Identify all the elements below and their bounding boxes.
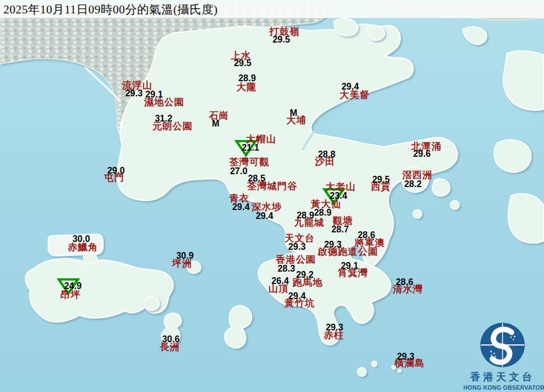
station-value: 28.2 [404,179,421,189]
station-value: 29.4 [341,82,359,92]
title-bar: 2025年10月11日09時00分的氣溫(攝氏度) [0,0,544,18]
island-po-toi [357,367,366,376]
station-value: 29.3 [326,323,343,333]
station-value: M [212,119,219,129]
station-value: 30.6 [162,334,179,344]
island-small-1 [450,200,459,209]
station-value: 29.6 [413,149,430,159]
airport-connector [83,253,99,264]
station-value: 28.8 [318,150,335,160]
station-value: 28.9 [238,73,255,83]
hko-logo-icon [478,321,527,369]
station-value: 28.6 [357,230,375,240]
station-value: 27.0 [230,166,247,176]
station-value: 28.3 [277,264,295,274]
station-value: 29.2 [296,270,313,280]
station-value: 28.9 [296,211,314,221]
map-title: 2025年10月11日09時00分的氣溫(攝氏度) [0,0,544,17]
station-value: 29.3 [324,240,341,250]
station-value: 29.3 [397,352,414,362]
station-value: 30.0 [72,234,90,244]
island-shelter [433,179,450,196]
station-value: 29.4 [288,291,305,301]
station-value: 28.9 [314,208,331,218]
station-value: 29.1 [145,90,162,100]
station-value: 29.1 [341,261,358,271]
hko-logo: 香港天文台 HONG KONG OBSERVATORY [463,321,542,391]
station-value: 28.5 [248,174,265,184]
station-value: 26.4 [271,276,289,286]
station-value: 24.9 [64,281,81,291]
station-value: 29.5 [372,175,389,185]
station-value: 29.5 [272,35,290,45]
hko-logo-chinese: 香港天文台 [463,370,542,384]
station-value: 29.4 [255,211,273,221]
island-small-3 [371,361,377,367]
station-value: 31.2 [155,114,172,124]
island-small-2 [413,209,422,218]
island-mirs-2 [367,25,384,40]
station-value: 30.9 [176,251,193,261]
station-value: 23.4 [329,191,347,201]
station-value: 29.5 [234,58,251,68]
station-value: 29.3 [288,242,305,252]
temperature-map-page: 2025年10月11日09時00分的氣溫(攝氏度) 打鼓嶺29.5上水29.5大… [0,0,544,392]
hong-kong-map [0,0,544,392]
island-waglan-2 [398,369,401,372]
station-value: 29.0 [107,166,124,176]
landmass-east-2 [494,139,531,172]
station-value: 29.3 [125,88,142,99]
hko-logo-english: HONG KONG OBSERVATORY [463,384,542,391]
station-value: 29.4 [232,202,249,212]
station-value: M [290,108,297,118]
station-value: 21.1 [241,143,259,153]
station-value: 28.6 [396,277,413,287]
island-hei-ling-chau [145,297,160,310]
station-value: 28.7 [331,225,348,235]
